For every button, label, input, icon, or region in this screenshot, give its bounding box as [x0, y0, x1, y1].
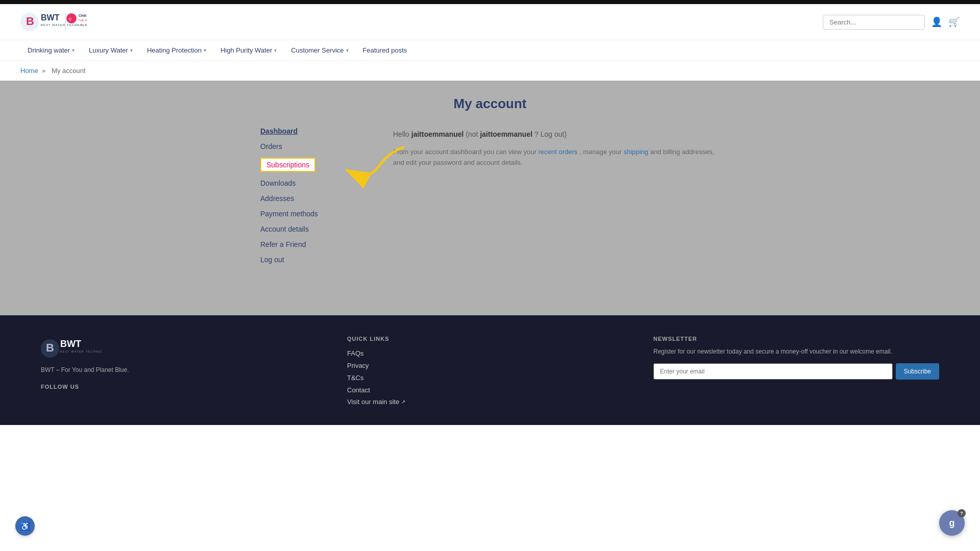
logo-area: B BWT BEST WATER TECHNOLOGY C CHANGE THE…	[20, 9, 87, 35]
account-nav-link-log-out[interactable]: Log out	[260, 256, 284, 264]
footer-grid: B BWT BEST WATER TECHNOLOGY BWT – For Yo…	[41, 336, 939, 410]
account-nav-item-downloads: Downloads	[260, 179, 352, 187]
nav-item-high-purity-water: High Purity Water ▾	[213, 40, 284, 60]
footer: B BWT BEST WATER TECHNOLOGY BWT – For Yo…	[0, 315, 980, 425]
newsletter-subscribe-button[interactable]: Subscribe	[896, 363, 939, 380]
page-title: My account	[20, 96, 960, 112]
account-nav-link-addresses[interactable]: Addresses	[260, 194, 294, 203]
nav-item-luxury-water: Luxury Water ▾	[82, 40, 140, 60]
footer-newsletter: NEWSLETTER Register for our newsletter t…	[653, 336, 939, 410]
account-nav-link-subscriptions[interactable]: Subscriptions	[260, 158, 315, 172]
username: jaittoemmanuel	[411, 130, 464, 138]
account-nav-item-addresses: Addresses	[260, 194, 352, 203]
recent-orders-link[interactable]: recent orders	[538, 148, 578, 156]
svg-text:by BWT: by BWT	[81, 23, 87, 27]
nav-item-heating-protection: Heating Protection ▾	[140, 40, 213, 60]
svg-text:B: B	[46, 341, 54, 354]
footer-quick-links: QUICK LINKS FAQs Privacy T&Cs Contact Vi…	[347, 336, 633, 410]
nav-item-customer-service: Customer Service ▾	[284, 40, 355, 60]
account-nav-item-orders: Orders	[260, 142, 352, 151]
breadcrumb-home[interactable]: Home	[20, 67, 38, 74]
newsletter-email-input[interactable]	[653, 363, 893, 380]
footer-link-item-faqs: FAQs	[347, 349, 633, 357]
nav-link-luxury-water[interactable]: Luxury Water ▾	[82, 40, 140, 60]
footer-links-list: FAQs Privacy T&Cs Contact Visit our main…	[347, 349, 633, 406]
svg-text:BEST WATER TECHNOLOGY: BEST WATER TECHNOLOGY	[41, 23, 87, 27]
nav-list: Drinking water ▾ Luxury Water ▾ Heating …	[20, 40, 960, 60]
newsletter-title: NEWSLETTER	[653, 336, 939, 342]
account-nav-item-payment-methods: Payment methods	[260, 210, 352, 218]
account-nav-link-dashboard[interactable]: Dashboard	[260, 127, 298, 135]
header-right: 👤 🛒	[823, 15, 960, 30]
newsletter-description: Register for our newsletter today and se…	[653, 347, 939, 356]
footer-link-visit-main-site[interactable]: Visit our main site ↗	[347, 398, 633, 406]
account-content: Hello jaittoemmanuel (not jaittoemmanuel…	[393, 127, 720, 271]
nav-link-heating-protection[interactable]: Heating Protection ▾	[140, 40, 213, 60]
footer-link-faqs[interactable]: FAQs	[347, 349, 364, 357]
chevron-down-icon: ▾	[72, 47, 75, 53]
account-nav-item-subscriptions: Subscriptions	[260, 158, 352, 172]
svg-text:B: B	[26, 15, 34, 28]
username-alt: jaittoemmanuel	[480, 130, 532, 138]
account-nav-item-account-details: Account details	[260, 225, 352, 233]
nav-link-high-purity-water[interactable]: High Purity Water ▾	[213, 40, 284, 60]
footer-link-item-privacy: Privacy	[347, 361, 633, 369]
account-nav-item-log-out: Log out	[260, 256, 352, 264]
footer-link-contact[interactable]: Contact	[347, 386, 370, 394]
footer-link-item-tcs: T&Cs	[347, 373, 633, 382]
chevron-down-icon: ▾	[274, 47, 277, 53]
footer-quick-links-title: QUICK LINKS	[347, 336, 633, 342]
newsletter-form: Subscribe	[653, 363, 939, 380]
cart-icon: 🛒	[948, 17, 960, 27]
account-nav-link-refer-a-friend[interactable]: Refer a Friend	[260, 240, 306, 248]
account-nav-link-payment-methods[interactable]: Payment methods	[260, 210, 318, 218]
svg-text:THE WORLD: THE WORLD	[78, 19, 87, 22]
header: B BWT BEST WATER TECHNOLOGY C CHANGE THE…	[0, 4, 980, 40]
user-icon-button[interactable]: 👤	[931, 16, 942, 28]
breadcrumb: Home » My account	[0, 61, 980, 81]
main-nav: Drinking water ▾ Luxury Water ▾ Heating …	[0, 40, 980, 61]
breadcrumb-current: My account	[52, 67, 85, 74]
breadcrumb-separator: »	[42, 67, 45, 74]
nav-link-featured-posts[interactable]: Featured posts	[356, 40, 414, 60]
svg-text:CHANGE: CHANGE	[79, 14, 87, 17]
footer-link-tcs[interactable]: T&Cs	[347, 374, 364, 382]
nav-item-featured-posts: Featured posts	[356, 40, 414, 60]
footer-follow-title: FOLLOW US	[41, 384, 327, 390]
account-layout: Dashboard Orders Subscriptions	[260, 127, 720, 271]
account-nav-link-orders[interactable]: Orders	[260, 142, 282, 151]
account-nav-item-dashboard: Dashboard	[260, 127, 352, 135]
cart-icon-button[interactable]: 🛒	[948, 16, 960, 28]
footer-link-item-contact: Contact	[347, 386, 633, 394]
footer-slogan: BWT – For You and Planet Blue.	[41, 366, 327, 373]
hello-text: Hello jaittoemmanuel (not jaittoemmanuel…	[393, 129, 720, 140]
shipping-link[interactable]: shipping	[624, 148, 648, 156]
svg-text:BEST WATER TECHNOLOGY: BEST WATER TECHNOLOGY	[60, 350, 102, 353]
main-content: My account Dashboard Orders Subscription…	[0, 81, 980, 315]
footer-link-privacy[interactable]: Privacy	[347, 362, 369, 369]
user-icon: 👤	[931, 17, 942, 27]
external-link-icon: ↗	[401, 399, 405, 405]
top-bar	[0, 0, 980, 4]
account-description: From your account dashboard you can view…	[393, 147, 720, 168]
svg-text:C: C	[69, 17, 71, 21]
nav-link-customer-service[interactable]: Customer Service ▾	[284, 40, 355, 60]
footer-follow: FOLLOW US	[41, 384, 327, 390]
account-nav-item-refer-a-friend: Refer a Friend	[260, 240, 352, 248]
nav-link-drinking-water[interactable]: Drinking water ▾	[20, 40, 82, 60]
chevron-down-icon: ▾	[204, 47, 206, 53]
search-input[interactable]	[823, 15, 925, 30]
chevron-down-icon: ▾	[130, 47, 133, 53]
footer-logo: B BWT BEST WATER TECHNOLOGY	[41, 336, 327, 361]
svg-text:BWT: BWT	[60, 339, 81, 349]
account-nav-link-downloads[interactable]: Downloads	[260, 179, 296, 187]
bwt-logo[interactable]: B BWT BEST WATER TECHNOLOGY C CHANGE THE…	[20, 9, 87, 35]
nav-item-drinking-water: Drinking water ▾	[20, 40, 82, 60]
account-sidebar-nav: Dashboard Orders Subscriptions	[260, 127, 352, 271]
account-nav-link-account-details[interactable]: Account details	[260, 225, 309, 233]
footer-logo-area: B BWT BEST WATER TECHNOLOGY BWT – For Yo…	[41, 336, 327, 410]
account-nav-list: Dashboard Orders Subscriptions	[260, 127, 352, 264]
footer-link-item-visit: Visit our main site ↗	[347, 398, 633, 406]
svg-text:BWT: BWT	[41, 13, 60, 22]
chevron-down-icon: ▾	[346, 47, 349, 53]
